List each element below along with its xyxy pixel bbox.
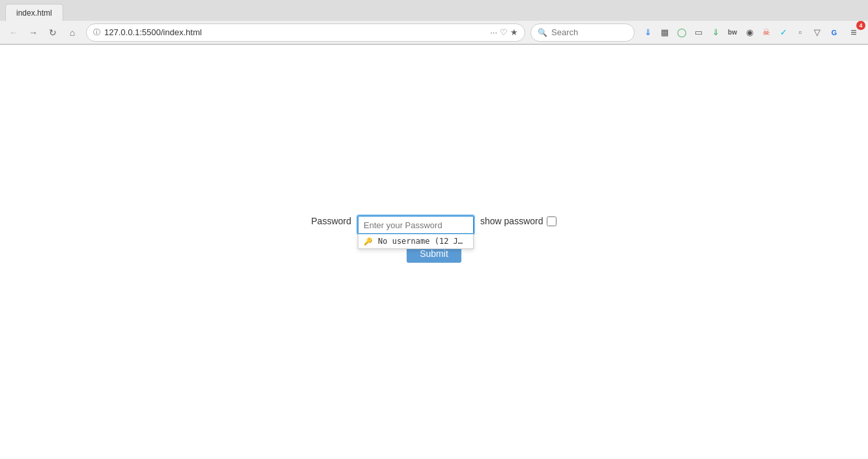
page-content: Password 🔑 No username (12 J… show passw… — [0, 45, 868, 459]
autocomplete-item-text: No username (12 J… — [378, 237, 463, 246]
show-password-row: show password — [480, 216, 557, 226]
forward-icon: → — [29, 27, 38, 38]
search-bar[interactable]: 🔍 — [530, 23, 635, 42]
refresh-button[interactable]: ↻ — [44, 24, 61, 41]
menu-button[interactable]: ≡ — [845, 23, 863, 42]
reader-view-icon[interactable]: ▭ — [691, 25, 706, 40]
forward-button[interactable]: → — [25, 24, 42, 41]
refresh-icon: ↻ — [49, 27, 57, 38]
active-tab[interactable]: index.html — [5, 4, 63, 21]
more-options-icon: ··· — [490, 27, 497, 37]
download-icon[interactable]: ⇓ — [640, 25, 656, 40]
bookmark-icon: ★ — [510, 27, 518, 37]
password-input-wrapper: 🔑 No username (12 J… — [358, 216, 474, 234]
ext8-icon[interactable]: G — [826, 25, 842, 40]
ext4-icon[interactable]: ☠ — [759, 25, 774, 40]
hamburger-icon: ≡ — [850, 27, 856, 38]
show-password-checkbox[interactable] — [547, 216, 557, 226]
library-icon[interactable]: ▩ — [657, 25, 673, 40]
autocomplete-item[interactable]: 🔑 No username (12 J… — [358, 234, 473, 248]
search-input[interactable] — [551, 27, 628, 37]
ext3-icon[interactable]: ◉ — [742, 25, 757, 40]
info-icon: ⓘ — [93, 27, 100, 37]
tab-bar: index.html — [0, 0, 868, 21]
form-container: Password 🔑 No username (12 J… show passw… — [311, 216, 557, 263]
home-icon: ⌂ — [70, 27, 75, 38]
pocket-icon: ♡ — [500, 27, 508, 37]
ext7-icon[interactable]: ▽ — [809, 25, 825, 40]
home-button[interactable]: ⌂ — [64, 24, 81, 41]
ext6-icon[interactable]: ▫ — [792, 25, 808, 40]
ext1-icon[interactable]: ⇓ — [708, 25, 723, 40]
search-icon: 🔍 — [538, 28, 547, 37]
ext5-icon[interactable]: ✓ — [775, 25, 791, 40]
autocomplete-dropdown[interactable]: 🔑 No username (12 J… — [358, 234, 474, 249]
browser-chrome: index.html ← → ↻ ⌂ ⓘ 127.0.0.1:5500/inde… — [0, 0, 868, 45]
key-icon: 🔑 — [364, 237, 373, 246]
tab-label: index.html — [16, 8, 52, 18]
back-button[interactable]: ← — [5, 24, 22, 41]
password-section: Password 🔑 No username (12 J… show passw… — [311, 216, 557, 234]
ext2-icon[interactable]: bw — [725, 25, 740, 40]
password-input[interactable] — [358, 216, 474, 234]
sync-icon[interactable]: ◯ — [674, 25, 689, 40]
show-password-label: show password — [480, 216, 543, 226]
back-icon: ← — [9, 27, 18, 38]
password-label: Password — [311, 216, 351, 226]
address-bar-actions: ··· ♡ ★ — [490, 27, 518, 37]
extension-icons: ⇓ ▩ ◯ ▭ ⇓ bw ◉ ☠ ✓ ▫ ▽ G ≡ — [640, 23, 863, 42]
url-display: 127.0.0.1:5500/index.html — [104, 27, 486, 37]
address-bar[interactable]: ⓘ 127.0.0.1:5500/index.html ··· ♡ ★ — [86, 23, 525, 42]
browser-toolbar: ← → ↻ ⌂ ⓘ 127.0.0.1:5500/index.html ··· … — [0, 21, 868, 44]
